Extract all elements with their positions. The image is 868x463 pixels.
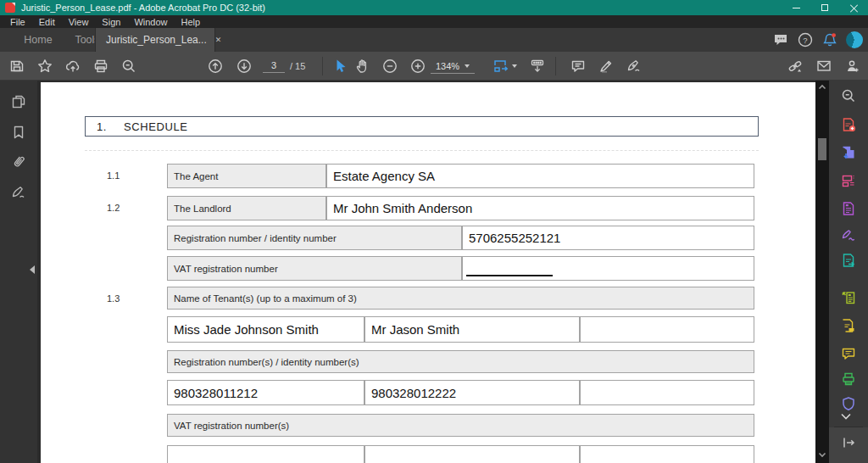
form-field-tenant1-name[interactable]: Miss Jade Johnson Smith [167,316,364,343]
email-icon[interactable] [815,57,833,75]
form-field-landlord-reg[interactable]: 5706255252121 [462,226,754,250]
feedback-bubble-icon[interactable] [772,31,789,48]
find-icon[interactable] [120,57,138,75]
form-field-tenant2-reg[interactable]: 980328012222 [364,380,580,405]
export-pdf-icon[interactable] [840,144,857,161]
help-icon[interactable]: ? [797,31,814,48]
tab-home[interactable]: Home [14,28,63,52]
share-person-icon[interactable] [843,57,862,75]
left-panel-rail [0,81,37,463]
page-number-input[interactable]: 3 [263,59,285,73]
document-tab-label: Juristic_Person_Lea... [106,34,207,46]
bookmarks-icon[interactable] [10,124,27,141]
toolbar: 3 / 15 134% [0,52,868,81]
acrobat-app-icon [5,3,15,13]
fit-width-icon[interactable] [492,57,517,75]
vertical-scrollbar[interactable] [815,81,829,463]
label-cell-agent: The Agent [167,164,326,188]
fill-sign-icon[interactable] [840,226,857,243]
minimize-icon [793,8,800,8]
row-number: 1.2 [107,203,120,213]
more-tools-chevron-icon[interactable] [840,412,857,422]
menu-file[interactable]: File [3,17,32,27]
tab-bar: Home Tools Juristic_Person_Lea... ✕ ? [0,28,868,52]
label-cell-landlord: The Landlord [167,196,326,220]
save-icon[interactable] [8,57,26,75]
close-button[interactable] [839,0,868,15]
organize-pages-icon[interactable] [840,200,857,217]
form-field-agent[interactable]: Estate Agency SA [326,164,754,188]
reading-mode-icon[interactable] [528,57,547,75]
label-cell-tenant-vat: VAT registration number(s) [167,414,754,437]
handwritten-underline [466,275,553,276]
share-link-icon[interactable] [786,57,804,75]
zoom-in-icon[interactable] [409,57,427,75]
scan-ocr-icon[interactable] [840,371,857,388]
highlight-icon[interactable] [597,57,615,75]
menu-sign[interactable]: Sign [95,17,127,27]
sign-pen-icon[interactable] [625,57,643,75]
zoom-level-value: 134% [436,61,459,71]
page-thumbnails-icon[interactable] [10,93,27,110]
menu-help[interactable]: Help [175,17,208,27]
acrobat-window: Juristic_Person_Lease.pdf - Adobe Acroba… [0,0,868,463]
select-tool-icon[interactable] [331,57,349,75]
scroll-thumb[interactable] [818,138,826,160]
notifications-bell-icon[interactable] [821,31,838,48]
form-field-landlord[interactable]: Mr John Smith Anderson [326,196,754,220]
scroll-down-icon[interactable] [818,451,826,458]
comment-bubble-icon[interactable] [569,57,587,75]
zoom-level-dropdown[interactable]: 134% [431,59,475,74]
protect-icon[interactable] [840,395,857,412]
form-field-tenant1-reg[interactable]: 980328011212 [167,380,364,405]
label-cell-landlord-vat: VAT registration number [167,256,462,281]
send-for-comments-icon[interactable] [840,252,857,269]
schedule-heading-box: 1. SCHEDULE [85,116,759,137]
document-viewport[interactable]: 1. SCHEDULE 1.1 The Agent Estate Agency … [37,81,815,463]
chevron-down-icon [512,64,517,68]
account-avatar[interactable] [846,31,863,48]
heading-number: 1. [97,120,107,133]
rich-media-icon[interactable] [840,289,857,306]
form-field-tenant2-vat[interactable] [364,445,580,463]
label-cell-tenant-reg: Registration number(s) / identity number… [167,350,754,373]
tab-document[interactable]: Juristic_Person_Lea... ✕ [95,28,215,52]
request-signatures-icon[interactable] [840,317,857,334]
menu-edit[interactable]: Edit [32,17,62,27]
minimize-button[interactable] [782,0,810,15]
star-favorites-icon[interactable] [36,57,54,75]
svg-text:?: ? [803,36,807,45]
close-tab-icon[interactable]: ✕ [215,36,222,44]
restore-button[interactable] [810,0,839,15]
menu-view[interactable]: View [62,17,96,27]
expand-pane-icon[interactable] [840,434,857,451]
pdf-page: 1. SCHEDULE 1.1 The Agent Estate Agency … [41,82,815,463]
form-field-tenant3-name[interactable] [580,316,754,343]
next-page-icon[interactable] [235,57,253,75]
print-icon[interactable] [92,57,110,75]
hand-tool-icon[interactable] [353,57,372,75]
form-field-tenant3-vat[interactable] [580,445,754,463]
menu-window[interactable]: Window [127,17,174,27]
form-field-tenant2-name[interactable]: Mr Jason Smith [364,316,580,343]
table-top-rule [85,150,759,151]
window-title: Juristic_Person_Lease.pdf - Adobe Acroba… [21,3,265,13]
heading-title: SCHEDULE [124,120,188,133]
comment-tool-icon[interactable] [840,345,857,362]
edit-pdf-icon[interactable] [840,172,857,189]
signatures-icon[interactable] [10,184,27,201]
previous-page-icon[interactable] [206,57,225,75]
search-tool-icon[interactable] [840,87,857,104]
collapse-pane-icon[interactable] [30,265,35,274]
scroll-up-icon[interactable] [818,84,826,91]
title-bar: Juristic_Person_Lease.pdf - Adobe Acroba… [0,0,868,15]
zoom-out-icon[interactable] [381,57,399,75]
share-cloud-icon[interactable] [64,57,82,75]
form-field-tenant3-reg[interactable] [580,380,754,405]
form-field-landlord-vat[interactable] [462,256,754,281]
attachments-icon[interactable] [10,153,27,170]
toolbar-separator [555,57,556,75]
create-pdf-icon[interactable] [840,116,857,133]
page-total-label: / 15 [290,59,305,73]
form-field-tenant1-vat[interactable] [167,445,364,463]
